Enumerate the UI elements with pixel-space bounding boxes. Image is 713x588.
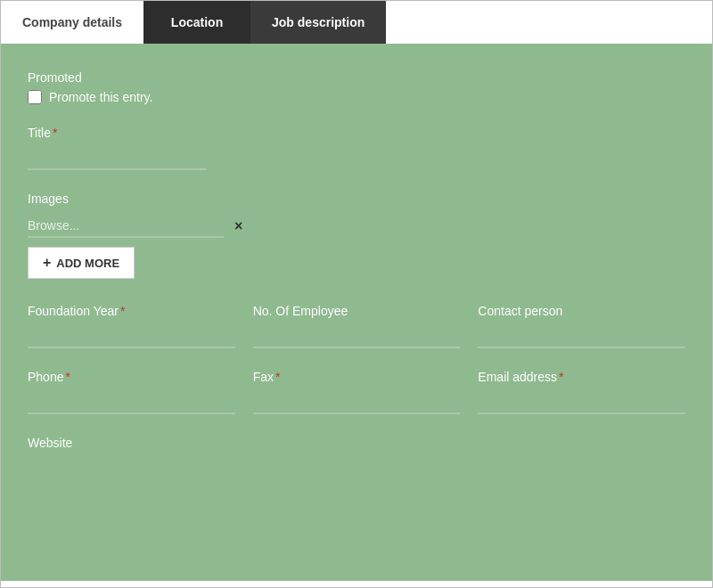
images-section: Images × + ADD MORE [28,192,685,279]
phone-required-star: * [65,370,70,384]
website-field-group: Website [28,436,685,450]
promoted-label: Promoted [28,70,685,85]
form-content: Promoted Promote this entry. Title* Imag… [1,44,712,581]
email-label: Email address* [478,370,685,384]
foundation-year-field: Foundation Year* [28,304,253,348]
row-foundation-employee-contact: Foundation Year* No. Of Employee Contact… [28,304,685,348]
phone-input[interactable] [28,391,235,414]
fax-required-star: * [275,370,280,384]
promoted-section: Promoted Promote this entry. [28,70,685,104]
phone-label: Phone* [28,370,235,384]
browse-row: × [28,215,685,238]
promote-checkbox-row: Promote this entry. [28,90,685,104]
row-phone-fax-email: Phone* Fax* Email address* [28,370,685,414]
foundation-year-label: Foundation Year* [28,304,235,318]
foundation-year-input[interactable] [28,325,235,348]
email-input[interactable] [478,391,685,414]
add-more-button[interactable]: + ADD MORE [28,247,135,279]
tab-company-details[interactable]: Company details [1,1,143,44]
fax-field: Fax* [253,370,479,414]
tab-bar: Company details Location Job description [1,1,712,44]
plus-icon: + [43,255,51,271]
website-label: Website [28,436,685,450]
email-required-star: * [559,370,563,384]
promote-checkbox[interactable] [28,90,42,104]
tab-job-description[interactable]: Job description [250,1,386,44]
title-field-group: Title* [28,126,685,170]
title-label: Title* [28,126,685,140]
title-required-star: * [53,126,57,140]
images-label: Images [28,192,685,206]
email-field: Email address* [478,370,685,414]
foundation-required-star: * [120,304,125,318]
clear-browse-button[interactable]: × [231,218,246,234]
contact-person-field: Contact person [478,304,685,348]
title-input[interactable] [28,147,206,170]
fax-label: Fax* [253,370,461,384]
fax-input[interactable] [253,391,461,414]
no-of-employee-field: No. Of Employee [253,304,479,348]
phone-field: Phone* [28,370,253,414]
contact-person-label: Contact person [478,304,685,318]
no-of-employee-label: No. Of Employee [253,304,461,318]
tab-location[interactable]: Location [143,1,250,44]
browse-input[interactable] [28,215,224,238]
no-of-employee-input[interactable] [253,325,461,348]
contact-person-input[interactable] [478,325,685,348]
add-more-label: ADD MORE [56,257,119,270]
promote-checkbox-label[interactable]: Promote this entry. [49,90,152,104]
